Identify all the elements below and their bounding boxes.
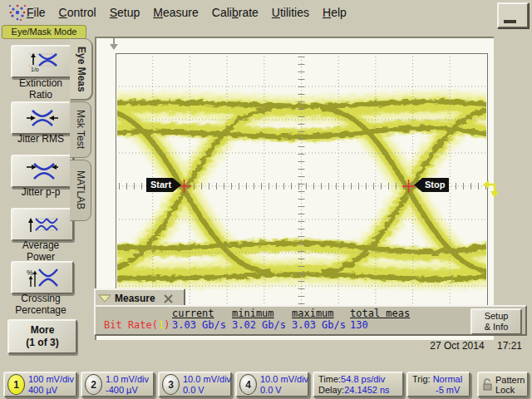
jitter-rms-button[interactable]	[11, 101, 74, 135]
channel-4-button[interactable]: 4 10.0 mV/div 0.0 V	[235, 372, 309, 397]
channel-3-button[interactable]: 3 10.0 mV/div 0.0 V	[158, 372, 232, 397]
pattern-lock-label: Pattern Lock	[495, 375, 525, 395]
measure-tab[interactable]: Measure	[94, 288, 185, 307]
crossing-percentage-button[interactable]: %	[11, 261, 74, 294]
close-icon[interactable]	[164, 294, 173, 303]
crossing-percentage-icon: %	[26, 267, 59, 288]
measure-panel: Measure current minimum maximum total me…	[94, 288, 527, 336]
header-total-meas: total meas	[350, 308, 410, 319]
svg-text:%: %	[27, 268, 33, 277]
menu-help[interactable]: Help	[323, 6, 347, 19]
lock-icon	[482, 378, 493, 391]
header-maximum: maximum	[292, 308, 334, 319]
measure-table: current minimum maximum total meas Bit R…	[94, 305, 527, 336]
channel-4-badge: 4	[239, 374, 257, 395]
trigger-button[interactable]: Trig: Normal -5 mV	[406, 372, 470, 397]
time-label: 17:21	[497, 340, 522, 352]
tab-msk-test[interactable]: Msk Test	[70, 101, 91, 158]
timebase-button[interactable]: Time:54.8 ps/div Delay:24.1452 ns	[313, 372, 404, 397]
header-minimum: minimum	[232, 308, 274, 319]
jitter-pp-icon	[26, 161, 59, 181]
header-current: current	[172, 308, 214, 319]
jitter-rms-icon	[26, 108, 59, 128]
bit-rate-current: 3.03 Gb/s	[172, 319, 226, 331]
channel-3-badge: 3	[162, 374, 180, 395]
svg-text:1/o: 1/o	[31, 66, 39, 72]
channel-1-button[interactable]: 1 100 mV/div 400 µV	[3, 372, 77, 397]
minimize-icon	[504, 20, 516, 23]
status-bar: 1 100 mV/div 400 µV 2 1.0 mV/div -400 µV…	[0, 369, 532, 399]
extinction-ratio-button[interactable]: 1/o	[11, 45, 74, 78]
menu-calibrate[interactable]: Calibrate	[212, 6, 259, 19]
collapse-triangle-icon	[98, 294, 111, 303]
timebase-reference-arrow-icon	[108, 37, 120, 52]
channel-2-settings: 1.0 mV/div -400 µV	[106, 374, 149, 396]
datetime: 27 Oct 2014 17:21	[420, 340, 522, 352]
channel-2-button[interactable]: 2 1.0 mV/div -400 µV	[81, 372, 155, 397]
menu-items: File Control Setup Measure Calibrate Uti…	[27, 0, 347, 25]
mode-indicator: Eye/Mask Mode	[2, 25, 86, 39]
average-power-icon	[26, 214, 59, 234]
pattern-lock-button[interactable]: Pattern Lock	[477, 372, 529, 397]
bit-rate-minimum: 3.02 Gb/s	[232, 319, 286, 331]
setup-info-button[interactable]: Setup & Info	[470, 308, 522, 335]
menu-file[interactable]: File	[27, 6, 46, 19]
trigger-settings: Trig: Normal -5 mV	[412, 374, 462, 396]
channel-2-badge: 2	[85, 374, 102, 395]
crossing-percentage-label: Crossing Percentage	[0, 293, 81, 316]
average-power-button[interactable]	[11, 208, 74, 241]
channel-3-settings: 10.0 mV/div 0.0 V	[183, 374, 231, 396]
bit-rate-label: Bit Rate(1)	[104, 319, 170, 331]
timebase-settings: Time:54.8 ps/div Delay:24.1452 ns	[318, 374, 390, 396]
channel-4-settings: 10.0 mV/div 0.0 V	[260, 374, 308, 396]
channel-1-settings: 100 mV/div 400 µV	[28, 374, 74, 396]
tab-eye-meas[interactable]: Eye Meas	[70, 38, 92, 100]
menu-utilities[interactable]: Utilities	[272, 6, 309, 19]
tab-matlab[interactable]: MATLAB	[70, 160, 91, 221]
trigger-level-marker-icon[interactable]	[482, 175, 499, 200]
jitter-pp-button[interactable]	[11, 155, 74, 188]
minimize-button[interactable]	[497, 2, 529, 28]
menu-bar: File Control Setup Measure Calibrate Uti…	[0, 0, 532, 25]
channel-1-badge: 1	[7, 374, 25, 395]
measure-tab-label: Measure	[115, 293, 155, 304]
extinction-ratio-icon: 1/o	[26, 51, 59, 72]
bit-rate-total: 130	[350, 319, 368, 331]
menu-setup[interactable]: Setup	[110, 6, 140, 19]
menu-measure[interactable]: Measure	[153, 6, 198, 19]
menu-control[interactable]: Control	[59, 6, 96, 19]
average-power-label: Average Power	[0, 239, 81, 263]
more-button[interactable]: More (1 of 3)	[7, 319, 77, 354]
bit-rate-maximum: 3.03 Gb/s	[292, 319, 346, 331]
date-label: 27 Oct 2014	[430, 340, 484, 352]
sidebar: 1/o Extinction Ratio Jitter RMS Jitter p…	[0, 38, 93, 369]
